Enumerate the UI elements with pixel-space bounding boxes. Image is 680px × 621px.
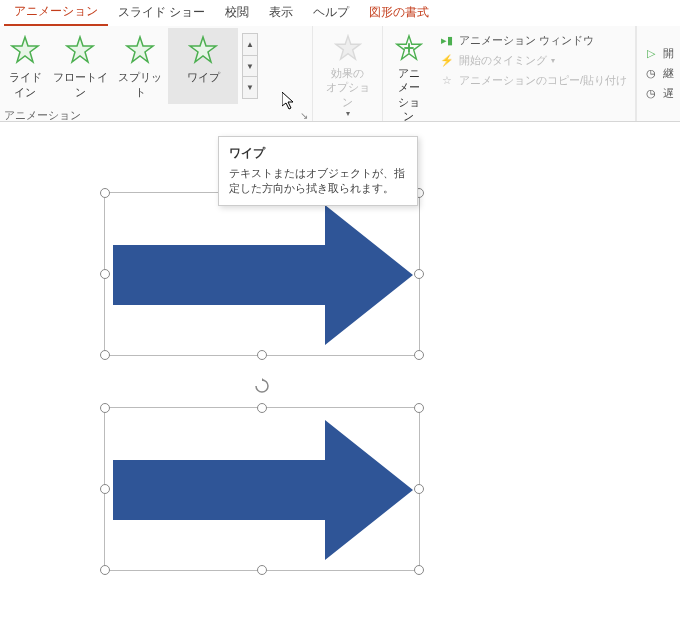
effect-wipe[interactable]: ワイプ bbox=[168, 28, 238, 104]
play-icon: ▷ bbox=[643, 46, 659, 62]
resize-handle[interactable] bbox=[100, 565, 110, 575]
button-label: 効果の オプション bbox=[323, 66, 372, 109]
arrow-shape-2[interactable] bbox=[105, 408, 421, 572]
resize-handle[interactable] bbox=[414, 350, 424, 360]
button-label: アニメーションのコピー/貼り付け bbox=[459, 73, 627, 88]
gallery-down-button[interactable]: ▼ bbox=[243, 55, 257, 76]
resize-handle[interactable] bbox=[100, 484, 110, 494]
resize-handle[interactable] bbox=[100, 403, 110, 413]
row-label: 継 bbox=[663, 66, 674, 81]
resize-handle[interactable] bbox=[414, 484, 424, 494]
effect-options-button[interactable]: 効果の オプション ▾ bbox=[315, 28, 380, 122]
tab-view[interactable]: 表示 bbox=[259, 0, 303, 25]
tooltip: ワイプ テキストまたはオブジェクトが、指定した方向から拭き取られます。 bbox=[218, 136, 418, 206]
star-plus-icon bbox=[393, 32, 425, 64]
svg-marker-9 bbox=[113, 420, 413, 560]
resize-handle[interactable] bbox=[100, 188, 110, 198]
resize-handle[interactable] bbox=[257, 350, 267, 360]
resize-handle[interactable] bbox=[414, 269, 424, 279]
shape-selection-2[interactable] bbox=[104, 407, 420, 571]
resize-handle[interactable] bbox=[100, 350, 110, 360]
gallery-more-button[interactable]: ▼ bbox=[243, 76, 257, 98]
star-icon bbox=[185, 32, 221, 68]
tab-shape-format[interactable]: 図形の書式 bbox=[359, 0, 439, 25]
svg-marker-0 bbox=[12, 37, 38, 62]
star-icon bbox=[62, 32, 98, 68]
svg-marker-3 bbox=[190, 37, 216, 62]
effect-label: フロートイン bbox=[50, 70, 110, 100]
svg-marker-10 bbox=[262, 378, 265, 381]
arrow-shape-1[interactable] bbox=[105, 193, 421, 357]
effect-label: スプリット bbox=[114, 70, 166, 100]
resize-handle[interactable] bbox=[257, 403, 267, 413]
tab-animation[interactable]: アニメーション bbox=[4, 0, 108, 26]
gallery-spinner: ▲ ▼ ▼ bbox=[242, 33, 258, 99]
delay-row[interactable]: ◷ 遅 bbox=[643, 86, 674, 102]
resize-handle[interactable] bbox=[100, 269, 110, 279]
group-advanced: アニメーション の追加 ▾ ▸▮ アニメーション ウィンドウ ⚡ 開始のタイミン… bbox=[383, 26, 636, 121]
trigger-button[interactable]: ⚡ 開始のタイミング ▾ bbox=[439, 52, 627, 68]
svg-marker-8 bbox=[113, 205, 413, 345]
star-icon bbox=[332, 32, 364, 64]
chevron-down-icon: ▾ bbox=[346, 109, 350, 118]
animation-painter-button[interactable]: ☆ アニメーションのコピー/貼り付け bbox=[439, 72, 627, 88]
tab-help[interactable]: ヘルプ bbox=[303, 0, 359, 25]
tooltip-body: テキストまたはオブジェクトが、指定した方向から拭き取られます。 bbox=[229, 166, 407, 197]
ribbon: ライドイン フロートイン スプリット bbox=[0, 26, 680, 122]
advanced-options: ▸▮ アニメーション ウィンドウ ⚡ 開始のタイミング ▾ ☆ アニメーションの… bbox=[433, 28, 633, 92]
effect-label: ライドイン bbox=[4, 70, 46, 100]
star-icon bbox=[7, 32, 43, 68]
button-label: 開始のタイミング bbox=[459, 53, 547, 68]
svg-marker-2 bbox=[127, 37, 153, 62]
tab-review[interactable]: 校閲 bbox=[215, 0, 259, 25]
start-row[interactable]: ▷ 開 bbox=[643, 46, 674, 62]
gallery-up-button[interactable]: ▲ bbox=[243, 34, 257, 55]
row-label: 遅 bbox=[663, 86, 674, 101]
animation-pane-button[interactable]: ▸▮ アニメーション ウィンドウ bbox=[439, 32, 627, 48]
resize-handle[interactable] bbox=[414, 565, 424, 575]
clock-icon: ◷ bbox=[643, 66, 659, 82]
dialog-launcher-icon[interactable]: ↘ bbox=[300, 110, 308, 121]
group-effect-options: 効果の オプション ▾ bbox=[313, 26, 383, 121]
chevron-down-icon: ▾ bbox=[551, 56, 555, 65]
painter-icon: ☆ bbox=[439, 72, 455, 88]
group-label-text: アニメーション bbox=[4, 108, 81, 123]
resize-handle[interactable] bbox=[257, 565, 267, 575]
button-label: アニメーション ウィンドウ bbox=[459, 33, 594, 48]
svg-marker-1 bbox=[67, 37, 93, 62]
resize-handle[interactable] bbox=[414, 403, 424, 413]
effect-float-in[interactable]: フロートイン bbox=[48, 28, 112, 104]
clock-icon: ◷ bbox=[643, 86, 659, 102]
pane-icon: ▸▮ bbox=[439, 32, 455, 48]
row-label: 開 bbox=[663, 46, 674, 61]
tooltip-title: ワイプ bbox=[229, 145, 407, 162]
duration-row[interactable]: ◷ 継 bbox=[643, 66, 674, 82]
rotate-handle[interactable] bbox=[254, 378, 270, 394]
animation-gallery: ライドイン フロートイン スプリット bbox=[2, 28, 258, 104]
shape-selection-1[interactable] bbox=[104, 192, 420, 356]
ribbon-tabs: アニメーション スライド ショー 校閲 表示 ヘルプ 図形の書式 bbox=[0, 0, 680, 26]
tab-slideshow[interactable]: スライド ショー bbox=[108, 0, 215, 25]
effect-slide-in[interactable]: ライドイン bbox=[2, 28, 48, 104]
effect-label: ワイプ bbox=[187, 70, 220, 85]
trigger-icon: ⚡ bbox=[439, 52, 455, 68]
svg-marker-4 bbox=[335, 36, 359, 59]
effect-split[interactable]: スプリット bbox=[112, 28, 168, 104]
timing-group: ▷ 開 ◷ 継 ◷ 遅 bbox=[636, 26, 680, 121]
group-animation: ライドイン フロートイン スプリット bbox=[0, 26, 313, 121]
star-icon bbox=[122, 32, 158, 68]
